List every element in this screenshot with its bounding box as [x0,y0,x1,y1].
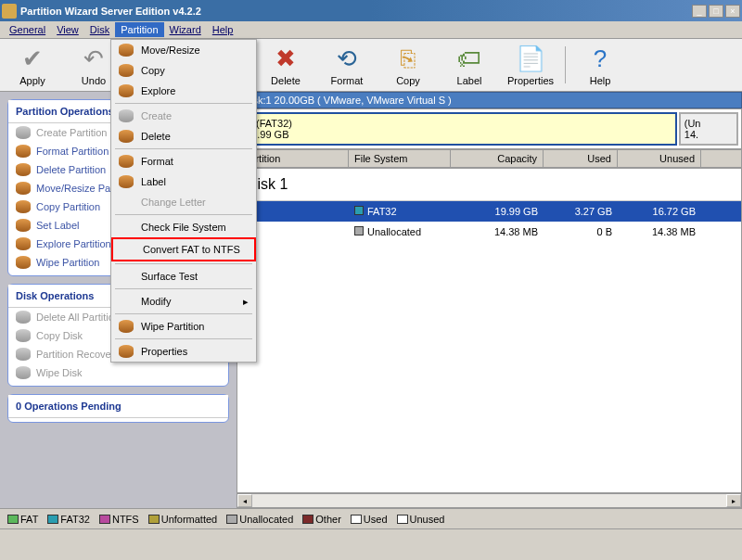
sidebar-panel-title: 0 Operations Pending [8,395,228,418]
properties-label: Properties [507,75,554,86]
disk-icon [119,175,134,188]
menu-item-label: Delete [141,131,171,142]
label-button[interactable]: 🏷Label [442,41,496,89]
legend-label: Used [364,514,388,525]
legend-item: Unused [397,514,445,525]
disk-partition-box[interactable]: C:(FAT32)19.99 GB [240,112,677,146]
legend-item: NTFS [99,514,139,525]
filesystem-swatch [354,206,364,215]
menu-item-label: Label [141,176,166,187]
menu-item-wipe-partition[interactable]: Wipe Partition [111,316,256,337]
menu-item-modify[interactable]: Modify [111,291,256,312]
horizontal-scrollbar[interactable]: ◂ ▸ [237,493,742,508]
format-button[interactable]: ⟲Format [320,41,374,89]
menu-item-move-resize[interactable]: Move/Resize [111,40,256,60]
menu-item-properties[interactable]: Properties [111,341,256,362]
properties-button[interactable]: 📄Properties [504,41,557,89]
scroll-left-button[interactable]: ◂ [237,494,252,507]
menu-item-check-file-system[interactable]: Check File System [111,217,256,237]
table-cell: FAT32 [349,203,451,220]
menu-separator [115,338,252,339]
column-header[interactable]: File System [349,150,451,167]
delete-button[interactable]: ✖Delete [259,41,313,89]
disk-icon [16,182,31,195]
partition-box-size: 19.99 GB [246,129,672,140]
blank-icon [119,270,134,283]
close-button[interactable]: × [725,5,740,18]
disk-icon [16,126,31,139]
menu-separator [115,263,252,264]
table-cell: 14.38 MB [451,223,544,240]
cell-text: 3.27 GB [575,206,612,217]
cell-text: FAT32 [367,206,397,217]
menu-item-copy[interactable]: Copy [111,60,256,81]
cell-text: 14.38 MB [494,226,538,237]
legend-item: FAT [7,514,38,525]
apply-button[interactable]: ✔Apply [6,41,59,89]
copy-button[interactable]: ⎘Copy [381,41,435,89]
menu-wizard[interactable]: Wizard [164,22,207,37]
partition-box-name: (Un [684,118,733,129]
delete-icon: ✖ [271,44,301,73]
sidebar-item-label: Explore Partition [36,238,111,249]
format-label: Format [331,75,364,86]
disk-partition-box[interactable]: (Un14. [679,112,738,146]
disk-name: Disk 1 [237,169,741,201]
menubar: GeneralViewDiskPartitionWizardHelp [0,21,742,39]
column-header[interactable]: Unused [618,150,701,167]
disk-icon [16,200,31,213]
menu-item-label[interactable]: Label [111,172,256,192]
maximize-button[interactable]: □ [709,5,723,18]
menu-item-label: Surface Test [141,271,198,282]
partition-table: Disk 1 C:FAT3219.99 GB3.27 GB16.72 GB*:U… [237,168,742,493]
sidebar-item-label: Wipe Partition [36,257,99,268]
menu-separator [115,288,252,289]
cell-text: 16.72 GB [653,206,696,217]
sidebar-item-label: Partition Recovery [36,349,120,360]
sidebar-item-label: Set Label [36,220,79,231]
menu-item-explore[interactable]: Explore [111,81,256,101]
column-header[interactable]: Used [544,150,618,167]
menu-item-label: Convert FAT to NTFS [143,244,240,255]
menu-item-surface-test[interactable]: Surface Test [111,266,256,286]
legend-swatch [47,515,58,524]
copy-icon: ⎘ [393,44,423,73]
menu-view[interactable]: View [51,22,84,37]
column-header[interactable]: Capacity [451,150,544,167]
legend-item: Unallocated [226,514,293,525]
legend-item: FAT32 [47,514,90,525]
content-area: Disk:1 20.00GB ( VMware, VMware Virtual … [237,92,742,508]
menu-help[interactable]: Help [207,22,239,37]
menu-disk[interactable]: Disk [84,22,115,37]
legend-label: Other [315,514,341,525]
table-row[interactable]: *:Unallocated14.38 MB0 B14.38 MB [237,222,741,242]
cell-text: 0 B [596,226,612,237]
toolbar-separator [565,46,566,83]
help-button[interactable]: ?Help [573,41,627,89]
menu-item-convert-fat-to-ntfs[interactable]: Convert FAT to NTFS [111,237,256,261]
minimize-button[interactable]: _ [692,5,707,18]
menu-separator [115,214,252,215]
scroll-right-button[interactable]: ▸ [726,494,741,507]
table-cell: 0 B [544,223,618,240]
disk-icon [119,155,134,168]
menu-item-label: Explore [141,85,175,96]
disk-icon [16,256,31,269]
menu-general[interactable]: General [4,22,51,37]
table-row[interactable]: C:FAT3219.99 GB3.27 GB16.72 GB [237,201,741,222]
menu-item-format[interactable]: Format [111,151,256,172]
legend-bar: FATFAT32NTFSUnformattedUnallocatedOtherU… [0,508,742,528]
table-cell: 19.99 GB [451,203,544,220]
label-icon: 🏷 [454,44,484,73]
disk-icon [16,311,31,324]
menu-item-label: Properties [141,346,187,357]
sidebar-item-label: Create Partition [36,127,107,138]
legend-swatch [397,515,408,524]
help-label: Help [590,75,611,86]
scroll-track[interactable] [252,494,726,507]
sidebar-item: Wipe Disk [8,363,228,382]
app-icon [2,4,17,19]
menu-item-delete[interactable]: Delete [111,126,256,146]
delete-label: Delete [271,75,301,86]
menu-partition[interactable]: Partition [115,22,163,37]
